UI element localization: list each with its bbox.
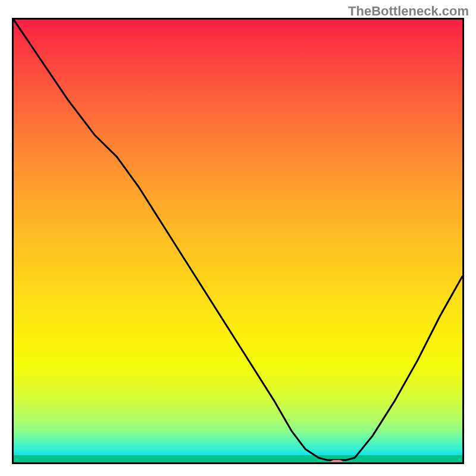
watermark-text: TheBottleneck.com	[348, 4, 469, 19]
optimal-point-marker	[330, 460, 343, 464]
chart-plot-area	[12, 18, 464, 464]
bottleneck-curve	[14, 20, 462, 462]
